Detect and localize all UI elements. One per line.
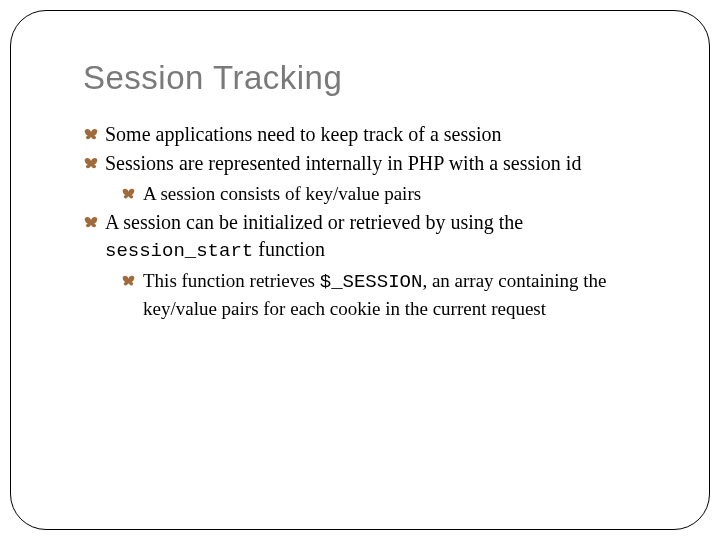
bullet-text: A session can be initialized or retrieve…	[105, 211, 523, 233]
sub-bullet-item: This function retrieves $_SESSION, an ar…	[121, 268, 653, 321]
bullet-text: A session consists of key/value pairs	[143, 183, 421, 204]
bullet-item: Sessions are represented internally in P…	[83, 150, 653, 207]
sub-bullet-list: This function retrieves $_SESSION, an ar…	[121, 268, 653, 321]
slide-frame: Session Tracking Some applications need …	[10, 10, 710, 530]
bullet-item: Some applications need to keep track of …	[83, 121, 653, 148]
slide-title: Session Tracking	[83, 59, 653, 97]
bullet-text: Sessions are represented internally in P…	[105, 152, 581, 174]
sub-bullet-item: A session consists of key/value pairs	[121, 181, 653, 207]
bullet-text: function	[253, 238, 325, 260]
bullet-list: Some applications need to keep track of …	[83, 121, 653, 322]
bullet-text: Some applications need to keep track of …	[105, 123, 502, 145]
code-text: $_SESSION	[320, 271, 423, 293]
bullet-item: A session can be initialized or retrieve…	[83, 209, 653, 322]
sub-bullet-list: A session consists of key/value pairs	[121, 181, 653, 207]
bullet-text: This function retrieves	[143, 270, 320, 291]
code-text: session_start	[105, 240, 253, 262]
